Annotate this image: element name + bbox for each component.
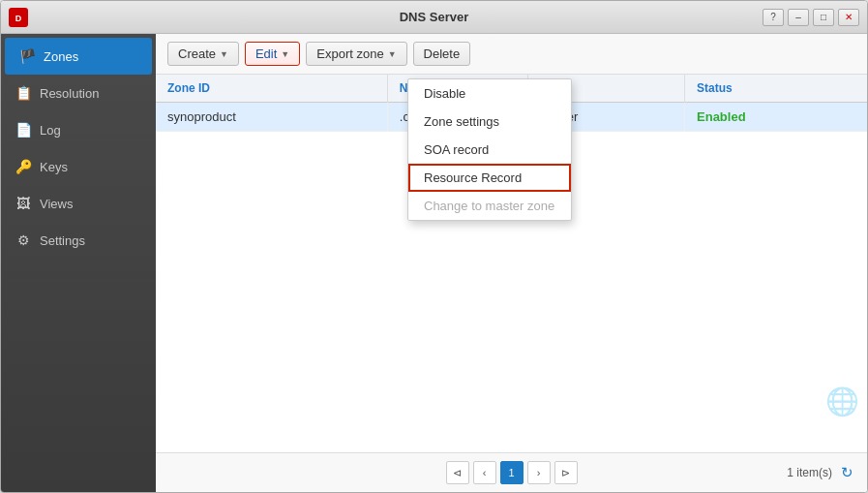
watermark: 🌐 — [825, 385, 859, 417]
page-last-button[interactable]: ⊳ — [554, 461, 578, 484]
sidebar-item-views-label: Views — [40, 197, 73, 211]
sidebar-item-settings[interactable]: ⚙ Settings — [1, 222, 156, 259]
help-button[interactable]: ? — [763, 9, 784, 26]
sidebar-item-log-label: Log — [40, 123, 61, 138]
sidebar-item-keys[interactable]: 🔑 Keys — [1, 148, 156, 185]
sidebar-item-keys-label: Keys — [40, 160, 68, 174]
menu-item-disable[interactable]: Disable — [408, 79, 571, 108]
cell-status: Enabled — [685, 103, 867, 132]
main-layout: 🏴 Zones 📋 Resolution 📄 Log 🔑 Keys 🖼 View… — [1, 34, 867, 492]
delete-label: Delete — [424, 46, 461, 61]
menu-item-soa-record[interactable]: SOA record — [408, 136, 571, 164]
page-info: 1 item(s) — [787, 466, 832, 479]
maximize-button[interactable]: □ — [813, 9, 834, 26]
export-zone-button[interactable]: Export zone ▼ — [306, 42, 406, 66]
page-first-button[interactable]: ⊲ — [446, 461, 469, 484]
app-icon: D — [9, 8, 28, 27]
page-next-button[interactable]: › — [527, 461, 551, 484]
settings-icon: ⚙ — [15, 231, 32, 249]
sidebar-item-settings-label: Settings — [40, 233, 85, 248]
col-status: Status — [685, 75, 867, 103]
sidebar-item-zones-label: Zones — [44, 49, 78, 64]
edit-dropdown-menu: Disable Zone settings SOA record Resourc… — [407, 78, 572, 221]
edit-button[interactable]: Edit ▼ — [245, 42, 300, 66]
export-label: Export zone — [316, 46, 383, 61]
create-button[interactable]: Create ▼ — [167, 42, 239, 66]
sidebar-item-resolution[interactable]: 📋 Resolution — [1, 75, 156, 111]
window-title: DNS Server — [400, 10, 469, 24]
edit-label: Edit — [255, 46, 277, 61]
cell-zone-id: synoproduct — [156, 103, 387, 132]
close-button[interactable]: ✕ — [838, 9, 859, 26]
menu-item-zone-settings[interactable]: Zone settings — [408, 108, 571, 136]
create-arrow: ▼ — [220, 49, 228, 59]
refresh-button[interactable]: ↻ — [836, 462, 857, 483]
pagination: ⊲ ‹ 1 › ⊳ 1 item(s) ↻ — [156, 452, 867, 492]
toolbar: Create ▼ Edit ▼ Export zone ▼ Delete — [156, 34, 867, 75]
window-controls: ? – □ ✕ — [763, 9, 859, 26]
resolution-icon: 📋 — [15, 84, 32, 102]
edit-arrow: ▼ — [281, 49, 289, 59]
minimize-button[interactable]: – — [788, 9, 809, 26]
export-arrow: ▼ — [388, 49, 397, 59]
create-label: Create — [178, 46, 216, 61]
zones-icon: 🏴 — [18, 47, 36, 65]
delete-button[interactable]: Delete — [413, 42, 471, 66]
sidebar-item-zones[interactable]: 🏴 Zones — [5, 38, 152, 75]
sidebar-item-resolution-label: Resolution — [40, 86, 99, 101]
titlebar: D DNS Server ? – □ ✕ — [1, 1, 867, 34]
log-icon: 📄 — [15, 121, 32, 139]
sidebar-item-log[interactable]: 📄 Log — [1, 111, 156, 148]
content-area: Create ▼ Edit ▼ Export zone ▼ Delete — [156, 34, 867, 492]
app-window: D DNS Server ? – □ ✕ 🏴 Zones 📋 Resolutio… — [0, 0, 868, 493]
col-zone-id: Zone ID — [156, 75, 387, 103]
titlebar-left: D — [9, 8, 28, 27]
menu-item-change-master: Change to master zone — [408, 192, 571, 220]
page-prev-button[interactable]: ‹ — [473, 461, 496, 484]
menu-item-resource-record[interactable]: Resource Record — [408, 164, 571, 192]
sidebar-item-views[interactable]: 🖼 Views — [1, 185, 156, 222]
keys-icon: 🔑 — [15, 158, 32, 175]
svg-text:D: D — [15, 14, 22, 23]
page-current-button[interactable]: 1 — [500, 461, 524, 484]
sidebar: 🏴 Zones 📋 Resolution 📄 Log 🔑 Keys 🖼 View… — [1, 34, 156, 492]
views-icon: 🖼 — [15, 195, 32, 212]
